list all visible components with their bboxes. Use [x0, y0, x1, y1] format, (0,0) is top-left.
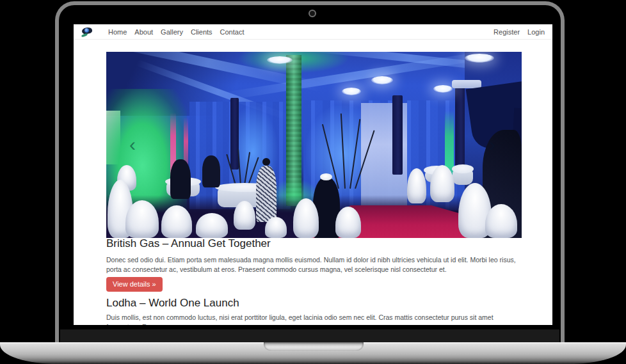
main-nav: Home About Gallery Clients Contact — [108, 28, 244, 36]
banquet-table — [452, 164, 474, 185]
site-logo[interactable] — [81, 26, 94, 37]
draped-chair — [265, 217, 287, 238]
twig — [237, 149, 241, 185]
table-top — [452, 164, 474, 173]
nav-link-gallery[interactable]: Gallery — [161, 28, 183, 36]
guest-white-cap — [320, 173, 332, 180]
section-title-british-gas: British Gas – Annual Get Together — [106, 237, 522, 251]
nav-link-clients[interactable]: Clients — [191, 28, 213, 36]
webcam-icon — [309, 10, 316, 17]
draped-chair — [196, 213, 228, 238]
screenshot-stage: Home About Gallery Clients Contact Regis… — [0, 0, 626, 364]
twig-centerpiece — [332, 113, 360, 189]
draped-chair — [234, 201, 255, 230]
carousel-next-button[interactable]: › — [489, 135, 495, 154]
ceiling-lamp — [342, 88, 361, 95]
section-body-british-gas: Donec sed odio dui. Etiam porta sem male… — [106, 255, 521, 274]
logo-lens-shape — [84, 28, 89, 33]
nav-link-contact[interactable]: Contact — [220, 28, 245, 36]
twig — [341, 113, 346, 189]
auth-nav: Register Login — [494, 28, 545, 36]
carousel-prev-button[interactable]: ‹ — [129, 135, 136, 154]
section-body-lodha: Duis mollis, est non commodo luctus, nis… — [106, 313, 521, 325]
guest-silhouette — [202, 155, 220, 187]
nav-link-login[interactable]: Login — [527, 28, 545, 36]
ceiling-lamp — [465, 54, 494, 63]
section-title-lodha: Lodha – World One Launch — [106, 296, 522, 310]
browser-viewport: Home About Gallery Clients Contact Regis… — [74, 24, 552, 325]
carousel-slide-image: ‹ › — [106, 52, 522, 238]
twig-centerpiece — [231, 149, 250, 185]
nav-link-about[interactable]: About — [134, 28, 153, 36]
nav-link-home[interactable]: Home — [108, 28, 127, 36]
view-details-button[interactable]: View details » — [106, 277, 163, 292]
ceiling-lamp — [371, 76, 393, 84]
guest-plaid-shirt — [256, 166, 277, 222]
logo-fin-shape — [81, 33, 88, 37]
guest-silhouette — [170, 159, 191, 199]
nav-link-register[interactable]: Register — [494, 28, 520, 36]
guest-head — [262, 158, 270, 166]
hero-dark-column — [392, 95, 403, 175]
laptop-base-notch — [264, 342, 364, 351]
navbar: Home About Gallery Clients Contact Regis… — [74, 24, 552, 40]
ceiling-lamp — [267, 56, 293, 64]
ceiling-lamp — [433, 85, 453, 93]
laptop-hinge — [60, 329, 559, 342]
